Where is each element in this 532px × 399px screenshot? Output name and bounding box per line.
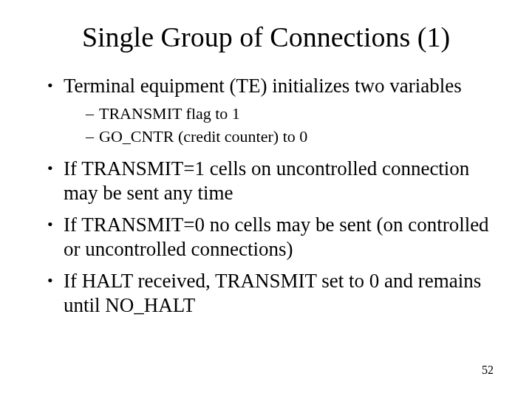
bullet-text: If TRANSMIT=1 cells on uncontrolled conn… [64,157,469,204]
bullet-text: If TRANSMIT=0 no cells may be sent (on c… [64,214,489,260]
slide-title: Single Group of Connections (1) [37,21,495,55]
bullet-item: If TRANSMIT=0 no cells may be sent (on c… [47,213,495,262]
slide: Single Group of Connections (1) Terminal… [0,0,532,399]
sub-bullet-item: TRANSMIT flag to 1 [86,103,495,125]
sub-bullet-text: GO_CNTR (credit counter) to 0 [99,127,307,146]
sub-bullet-list: TRANSMIT flag to 1 GO_CNTR (credit count… [64,103,495,148]
bullet-text: If HALT received, TRANSMIT set to 0 and … [64,270,481,316]
sub-bullet-text: TRANSMIT flag to 1 [99,104,240,123]
bullet-item: If HALT received, TRANSMIT set to 0 and … [47,269,495,318]
bullet-list: Terminal equipment (TE) initializes two … [37,74,495,318]
bullet-text: Terminal equipment (TE) initializes two … [64,75,462,97]
bullet-item: If TRANSMIT=1 cells on uncontrolled conn… [47,157,495,205]
page-number: 52 [482,364,494,377]
bullet-item: Terminal equipment (TE) initializes two … [47,74,495,148]
sub-bullet-item: GO_CNTR (credit counter) to 0 [86,126,495,148]
